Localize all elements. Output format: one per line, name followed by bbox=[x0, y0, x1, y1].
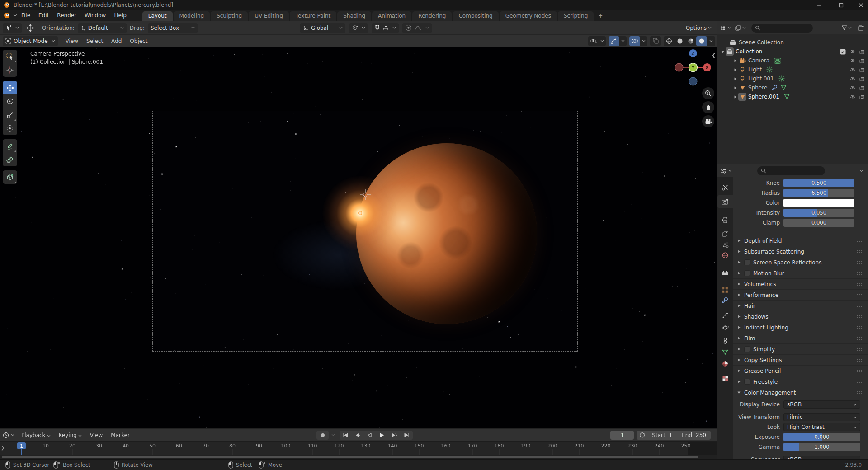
expand-arrow[interactable] bbox=[732, 68, 738, 72]
properties-tab-modifiers[interactable] bbox=[717, 294, 733, 307]
pivot-point-dropdown[interactable] bbox=[349, 23, 368, 33]
menu-file[interactable]: File bbox=[17, 11, 34, 19]
workspace-tab-geometry-nodes[interactable]: Geometry Nodes bbox=[500, 11, 557, 21]
panel-checkbox[interactable] bbox=[744, 346, 750, 352]
shading-wireframe-button[interactable] bbox=[664, 36, 675, 46]
drag-handle-icon[interactable] bbox=[857, 261, 863, 264]
light-object[interactable] bbox=[358, 211, 362, 215]
panel-performance[interactable]: Performance bbox=[733, 289, 868, 300]
pan-hand-button[interactable] bbox=[702, 101, 714, 113]
clamp-slider[interactable]: 0.000 bbox=[783, 219, 854, 227]
outliner-row-light[interactable]: Light bbox=[717, 65, 868, 74]
drag-handle-icon[interactable] bbox=[857, 380, 863, 384]
properties-tab-texture[interactable] bbox=[717, 372, 733, 385]
xray-toggle[interactable] bbox=[650, 36, 661, 46]
workspace-tab-shading[interactable]: Shading bbox=[337, 11, 371, 21]
minimize-button[interactable] bbox=[810, 0, 828, 10]
disable-render-toggle[interactable] bbox=[859, 58, 865, 63]
hide-viewport-toggle[interactable] bbox=[849, 94, 856, 99]
navigation-gizmo[interactable]: Z X Y bbox=[673, 47, 713, 88]
play-reverse-button[interactable] bbox=[364, 431, 376, 440]
outliner-row-camera[interactable]: Camera bbox=[717, 56, 868, 65]
zoom-button[interactable] bbox=[702, 87, 714, 99]
panel-subsurface-scattering[interactable]: Subsurface Scattering bbox=[733, 246, 868, 257]
color-swatch[interactable] bbox=[783, 199, 854, 207]
gamma-slider[interactable]: 1.000 bbox=[783, 443, 860, 451]
outliner-row-sphere[interactable]: Sphere bbox=[717, 83, 868, 92]
disable-render-toggle[interactable] bbox=[859, 76, 865, 81]
exclude-checkbox[interactable] bbox=[840, 49, 846, 55]
panel-simplify[interactable]: Simplify bbox=[733, 343, 868, 354]
shading-solid-button[interactable] bbox=[675, 36, 685, 46]
intensity-slider[interactable]: 0.050 bbox=[783, 209, 854, 217]
panel-indirect-lighting[interactable]: Indirect Lighting bbox=[733, 322, 868, 333]
hide-viewport-toggle[interactable] bbox=[849, 58, 856, 63]
drag-handle-icon[interactable] bbox=[857, 391, 863, 395]
ruler-collapse-arrow[interactable]: ❯ bbox=[1, 445, 5, 450]
hide-viewport-toggle[interactable] bbox=[849, 49, 856, 54]
workspace-tab-animation[interactable]: Animation bbox=[372, 11, 411, 21]
properties-search-input[interactable] bbox=[757, 166, 825, 175]
outliner-search-input[interactable] bbox=[751, 24, 813, 33]
timeline-ruler[interactable]: 1020304050607080901001101201301401501601… bbox=[0, 441, 717, 455]
disable-render-toggle[interactable] bbox=[859, 85, 865, 90]
panel-checkbox[interactable] bbox=[744, 379, 750, 385]
hide-viewport-toggle[interactable] bbox=[849, 67, 856, 72]
blender-menu-icon[interactable] bbox=[4, 12, 11, 19]
drag-handle-icon[interactable] bbox=[857, 348, 863, 351]
current-frame-field[interactable]: 1 bbox=[610, 431, 634, 440]
menu-edit[interactable]: Edit bbox=[34, 11, 53, 19]
viewport-canvas[interactable]: Camera Perspective (1) Collection | Sphe… bbox=[0, 47, 717, 428]
view-transform-select[interactable]: Filmic bbox=[783, 413, 860, 421]
look-select[interactable]: High Contrast bbox=[783, 423, 860, 431]
properties-tab-collection[interactable] bbox=[717, 267, 733, 279]
drag-handle-icon[interactable] bbox=[857, 250, 863, 254]
menu-render[interactable]: Render bbox=[53, 11, 80, 19]
panel-hair[interactable]: Hair bbox=[733, 300, 868, 311]
tool-scale[interactable] bbox=[3, 108, 17, 122]
properties-tab-object-data[interactable] bbox=[717, 346, 733, 358]
drag-handle-icon[interactable] bbox=[857, 239, 863, 243]
disable-render-toggle[interactable] bbox=[859, 49, 865, 54]
hide-viewport-toggle[interactable] bbox=[849, 85, 856, 90]
new-collection-button[interactable] bbox=[858, 25, 864, 31]
camera-view-button[interactable] bbox=[702, 115, 714, 127]
drag-handle-icon[interactable] bbox=[857, 315, 863, 319]
shading-rendered-button[interactable] bbox=[696, 36, 707, 46]
drag-handle-icon[interactable] bbox=[857, 326, 863, 329]
panel-depth-of-field[interactable]: Depth of Field bbox=[733, 235, 868, 246]
properties-tab-output[interactable] bbox=[717, 214, 733, 226]
tool-rotate[interactable] bbox=[3, 94, 17, 108]
timeline-menu-marker[interactable]: Marker bbox=[107, 431, 133, 439]
panel-grease-pencil[interactable]: Grease Pencil bbox=[733, 365, 868, 376]
drag-handle-icon[interactable] bbox=[857, 272, 863, 275]
panel-shadows[interactable]: Shadows bbox=[733, 311, 868, 322]
scrollbar-thumb[interactable] bbox=[2, 456, 698, 458]
outliner-row-sphere-001[interactable]: Sphere.001 bbox=[717, 92, 868, 101]
timeline-editor-icon[interactable] bbox=[3, 432, 9, 438]
tool-annotate[interactable] bbox=[3, 139, 17, 153]
expand-arrow[interactable] bbox=[732, 86, 738, 90]
panel-volumetrics[interactable]: Volumetrics bbox=[733, 278, 868, 289]
tool-cursor[interactable] bbox=[3, 63, 17, 77]
workspace-tab-modeling[interactable]: Modeling bbox=[174, 11, 210, 21]
jump-first-button[interactable] bbox=[340, 431, 352, 440]
tool-add-cube[interactable] bbox=[3, 170, 17, 184]
expand-arrow[interactable] bbox=[732, 95, 738, 99]
workspace-tab-compositing[interactable]: Compositing bbox=[453, 11, 498, 21]
properties-tab-render[interactable] bbox=[717, 195, 733, 208]
tool-move[interactable] bbox=[3, 81, 17, 94]
hide-viewport-toggle[interactable] bbox=[849, 76, 856, 81]
tri-right-icon[interactable] bbox=[733, 95, 737, 99]
tool-measure[interactable] bbox=[3, 153, 17, 166]
close-button[interactable] bbox=[852, 0, 868, 10]
gizmo-move-icon[interactable] bbox=[26, 24, 34, 32]
menu-help[interactable]: Help bbox=[110, 11, 130, 19]
panel-copy-settings[interactable]: Copy Settings bbox=[733, 354, 868, 365]
panel-screen-space-reflections[interactable]: Screen Space Reflections bbox=[733, 257, 868, 268]
gizmos-dropdown[interactable] bbox=[609, 36, 627, 46]
outliner-row-light-001[interactable]: Light.001 bbox=[717, 74, 868, 83]
filter-funnel-icon[interactable] bbox=[841, 25, 847, 31]
outliner-row-collection[interactable]: Collection bbox=[717, 47, 868, 56]
timeline-menu-playback[interactable]: Playback bbox=[17, 431, 55, 439]
